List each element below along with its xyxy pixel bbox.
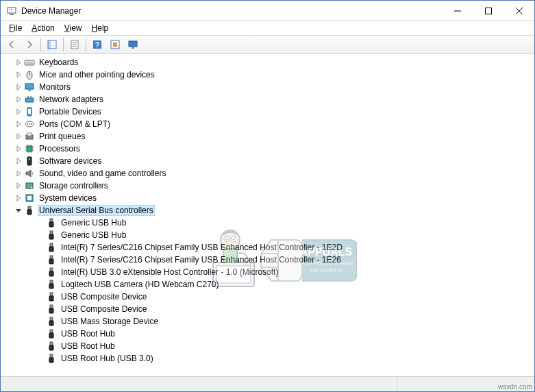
tree-device-label[interactable]: Generic USB Hub	[60, 230, 127, 240]
tree-category[interactable]: Monitors	[5, 81, 534, 93]
expand-icon[interactable]	[14, 108, 23, 116]
svg-rect-64	[49, 271, 53, 276]
menu-view[interactable]: View	[60, 23, 86, 34]
tree-category-label[interactable]: Network adapters	[38, 95, 105, 104]
tree-category-label[interactable]: Portable Devices	[38, 107, 103, 117]
svg-rect-55	[50, 219, 53, 222]
tree-category-label[interactable]: Keyboards	[38, 58, 79, 67]
expander-spacer	[36, 293, 45, 301]
expand-icon[interactable]	[14, 157, 23, 165]
tree-category-label[interactable]: Mice and other pointing devices	[38, 70, 156, 79]
tree-category-label[interactable]: Monitors	[38, 82, 72, 92]
close-button[interactable]	[503, 1, 534, 21]
svg-point-48	[29, 158, 31, 160]
expand-icon[interactable]	[14, 83, 23, 91]
svg-rect-19	[132, 47, 134, 49]
svg-rect-28	[27, 96, 29, 98]
printq-icon	[24, 131, 35, 142]
usb-icon	[24, 205, 35, 216]
tree-category[interactable]: Mice and other pointing devices	[5, 69, 534, 81]
tree-category-label[interactable]: Storage controllers	[38, 181, 110, 191]
tree-category-label[interactable]: Sound, video and game controllers	[38, 169, 167, 178]
tree-device[interactable]: Logitech USB Camera (HD Webcam C270)	[5, 278, 534, 291]
tree-device[interactable]: USB Mass Storage Device	[5, 315, 534, 328]
tree-category[interactable]: Sound, video and game controllers	[5, 167, 534, 180]
tree-category-label[interactable]: Processors	[38, 144, 82, 154]
tree-device-label[interactable]: Logitech USB Camera (HD Webcam C270)	[60, 280, 221, 289]
tree-device[interactable]: USB Composite Device	[5, 291, 534, 303]
tree-device[interactable]: Generic USB Hub	[5, 229, 534, 241]
expand-icon[interactable]	[14, 58, 23, 66]
titlebar: Device Manager	[1, 1, 534, 21]
statusbar	[1, 376, 534, 391]
properties-button[interactable]	[66, 36, 83, 53]
expand-icon[interactable]	[14, 145, 23, 153]
expand-icon[interactable]	[14, 95, 23, 103]
tree-category-label[interactable]: Print queues	[38, 132, 86, 141]
port-icon	[24, 119, 35, 130]
forward-button[interactable]	[21, 36, 38, 53]
tree-category[interactable]: Keyboards	[5, 56, 534, 69]
keyboard-icon	[24, 57, 35, 68]
tree-device[interactable]: USB Root Hub (USB 3.0)	[5, 352, 534, 365]
expand-icon[interactable]	[14, 71, 23, 79]
scan-hardware-button[interactable]	[107, 36, 123, 53]
tree-device[interactable]: Generic USB Hub	[5, 217, 534, 229]
tree-device-label[interactable]: USB Composite Device	[60, 304, 148, 314]
tree-category[interactable]: Processors	[5, 143, 534, 155]
tree-category-label[interactable]: Universal Serial Bus controllers	[38, 205, 155, 216]
tree-category[interactable]: Ports (COM & LPT)	[5, 118, 534, 130]
tree-device-label[interactable]: Intel(R) 7 Series/C216 Chipset Family US…	[60, 255, 343, 265]
content-area: KeyboardsMice and other pointing devices…	[1, 54, 534, 376]
menu-file[interactable]: File	[5, 23, 26, 34]
svg-rect-17	[113, 42, 117, 47]
tree-device-label[interactable]: Intel(R) USB 3.0 eXtensible Host Control…	[60, 267, 279, 277]
svg-rect-63	[50, 268, 53, 271]
monitor-button[interactable]	[125, 36, 141, 53]
tree-category[interactable]: Software devices	[5, 155, 534, 167]
menu-help[interactable]: Help	[88, 23, 113, 34]
help-button[interactable]: ?	[89, 36, 105, 53]
expander-spacer	[36, 305, 45, 313]
collapse-icon[interactable]	[14, 206, 23, 215]
expand-icon[interactable]	[14, 194, 23, 202]
show-hide-tree-button[interactable]	[44, 36, 60, 53]
tree-category-label[interactable]: Software devices	[38, 156, 103, 166]
device-tree[interactable]: KeyboardsMice and other pointing devices…	[1, 55, 534, 376]
tree-category[interactable]: Print queues	[5, 130, 534, 143]
tree-category[interactable]: Network adapters	[5, 93, 534, 106]
tree-device[interactable]: USB Composite Device	[5, 303, 534, 315]
tree-category[interactable]: Universal Serial Bus controllers	[5, 204, 534, 217]
tree-device-label[interactable]: Intel(R) 7 Series/C216 Chipset Family US…	[60, 243, 344, 252]
tree-device[interactable]: USB Root Hub	[5, 340, 534, 352]
expand-icon[interactable]	[14, 120, 23, 128]
tree-category[interactable]: System devices	[5, 192, 534, 204]
usb-icon	[46, 304, 57, 315]
tree-device[interactable]: Intel(R) 7 Series/C216 Chipset Family US…	[5, 254, 534, 266]
back-button[interactable]	[3, 36, 20, 53]
tree-category[interactable]: Storage controllers	[5, 180, 534, 192]
tree-device-label[interactable]: USB Root Hub	[60, 341, 116, 351]
menubar: File Action View Help	[1, 21, 534, 35]
tree-device-label[interactable]: USB Composite Device	[60, 292, 148, 302]
tree-device[interactable]: USB Root Hub	[5, 328, 534, 340]
tree-category-label[interactable]: Ports (COM & LPT)	[38, 119, 112, 129]
minimize-button[interactable]	[442, 1, 473, 21]
menu-action[interactable]: Action	[27, 23, 58, 34]
tree-device-label[interactable]: Generic USB Hub	[60, 218, 127, 228]
tree-category[interactable]: Portable Devices	[5, 106, 534, 118]
tree-device[interactable]: Intel(R) USB 3.0 eXtensible Host Control…	[5, 266, 534, 278]
expand-icon[interactable]	[14, 182, 23, 190]
usb-icon	[46, 254, 57, 265]
tree-category-label[interactable]: System devices	[38, 193, 98, 203]
expander-spacer	[36, 317, 45, 326]
tree-device-label[interactable]: USB Mass Storage Device	[60, 317, 160, 326]
tree-device-label[interactable]: USB Root Hub	[60, 329, 116, 339]
expand-icon[interactable]	[14, 169, 23, 177]
maximize-button[interactable]	[473, 1, 503, 21]
tree-device[interactable]: Intel(R) 7 Series/C216 Chipset Family US…	[5, 241, 534, 254]
tree-device-label[interactable]: USB Root Hub (USB 3.0)	[60, 354, 155, 363]
svg-rect-37	[27, 133, 32, 136]
svg-point-33	[27, 123, 28, 125]
expand-icon[interactable]	[14, 132, 23, 140]
